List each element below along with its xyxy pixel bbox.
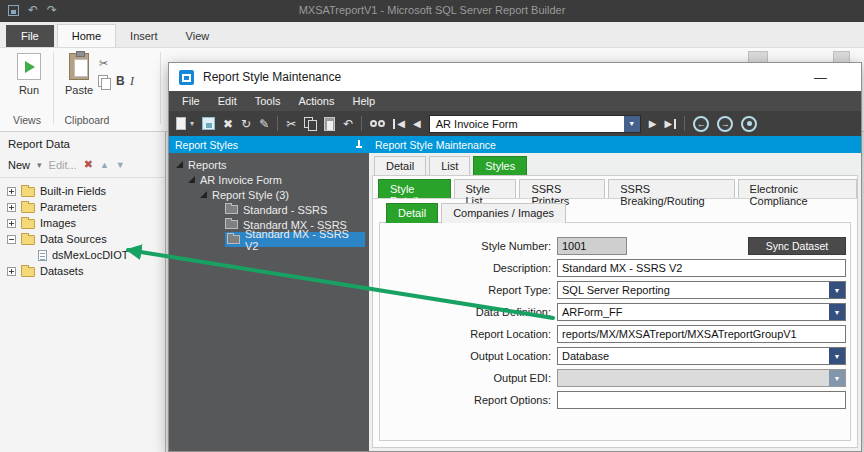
tab-file[interactable]: File — [6, 25, 54, 47]
next-record-button[interactable]: ▶ — [649, 118, 657, 129]
clear-icon[interactable]: ✎ — [259, 117, 269, 131]
tree-node-reports[interactable]: Reports — [169, 157, 369, 172]
expand-icon[interactable] — [7, 203, 16, 212]
expanded-arrow-icon[interactable] — [200, 191, 207, 198]
tree-node-datasets[interactable]: Datasets — [0, 263, 165, 279]
edit-button[interactable]: Edit... — [49, 159, 77, 171]
tab-companies-images[interactable]: Companies / Images — [441, 203, 566, 223]
expand-icon[interactable] — [7, 219, 16, 228]
refresh-icon[interactable]: ↻ — [241, 117, 251, 131]
report-type-combobox[interactable]: SQL Server Reporting ▼ — [557, 281, 846, 299]
detail-tabs: Detail Companies / Images — [386, 203, 566, 223]
tab-view[interactable]: View — [172, 25, 224, 47]
report-data-panel: Report Data New ▾ Edit... ✖ ▲ ▼ Built-in… — [0, 132, 166, 452]
cut-icon[interactable]: ✂ — [99, 57, 108, 70]
new-record-caret-icon[interactable]: ▾ — [190, 119, 194, 128]
tree-node-parameters[interactable]: Parameters — [0, 199, 165, 215]
first-record-button[interactable]: ◀ — [393, 118, 405, 129]
navigate-back-icon[interactable]: ← — [693, 116, 709, 132]
dropdown-arrow-icon[interactable]: ▼ — [829, 348, 845, 364]
expand-icon[interactable] — [7, 267, 16, 276]
tab-ssrs-breaking-routing[interactable]: SSRS Breaking/Routing — [608, 179, 734, 198]
tab-list[interactable]: List — [429, 156, 470, 175]
tab-electronic-compliance[interactable]: Electronic Compliance — [738, 179, 857, 198]
dialog-menubar: File Edit Tools Actions Help — [169, 91, 861, 111]
report-styles-header: Report Styles — [169, 136, 369, 153]
tree-node-report-style[interactable]: Report Style (3) — [169, 187, 369, 202]
copy-icon[interactable] — [98, 75, 110, 88]
move-up-icon[interactable]: ▲ — [100, 160, 109, 170]
copy-icon[interactable] — [304, 117, 316, 130]
dialog-titlebar[interactable]: Report Style Maintenance — — [169, 63, 861, 91]
tab-style-list[interactable]: Style List — [454, 179, 517, 198]
style-form: Style Number: 1001 Sync Dataset Descript… — [380, 223, 850, 411]
expanded-arrow-icon[interactable] — [188, 176, 195, 183]
tab-detail-inner[interactable]: Detail — [386, 203, 438, 223]
selected-tree-node[interactable]: Standard MX - SSRS V2 — [225, 232, 365, 247]
tree-node-images[interactable]: Images — [0, 215, 165, 231]
toolbar-divider — [361, 116, 362, 131]
navigate-forward-icon[interactable]: → — [717, 116, 733, 132]
report-styles-panel: Report Styles Reports AR Invoice Form Re… — [169, 136, 369, 451]
screen: ↶ ↷ MXSATreportV1 - Microsoft SQL Server… — [0, 0, 864, 452]
menu-edit[interactable]: Edit — [209, 95, 246, 107]
expand-icon[interactable] — [7, 187, 16, 196]
expanded-arrow-icon[interactable] — [176, 161, 183, 168]
dropdown-arrow-icon: ▼ — [829, 370, 845, 386]
report-options-input[interactable] — [557, 391, 846, 409]
tree-node-dsmexlocdiot[interactable]: dsMexLocDIOT — [0, 247, 165, 263]
tree-node-ar-invoice-form[interactable]: AR Invoice Form — [169, 172, 369, 187]
tree-node-standard-mx-ssrs-v2[interactable]: Standard MX - SSRS V2 — [169, 232, 369, 247]
pin-icon[interactable] — [354, 140, 363, 150]
dropdown-arrow-icon[interactable]: ▼ — [829, 304, 845, 320]
menu-tools[interactable]: Tools — [246, 95, 290, 107]
delete-record-icon[interactable]: ✖ — [223, 117, 233, 131]
tab-insert[interactable]: Insert — [116, 25, 172, 47]
output-location-combobox[interactable]: Database ▼ — [557, 347, 846, 365]
dropdown-arrow-icon[interactable]: ▼ — [829, 282, 845, 298]
menu-help[interactable]: Help — [343, 95, 384, 107]
bold-button[interactable]: B — [116, 74, 125, 88]
paste-button[interactable]: Paste — [58, 53, 100, 117]
find-icon[interactable] — [370, 120, 385, 127]
description-input[interactable] — [557, 259, 846, 277]
paste-icon[interactable] — [324, 117, 335, 131]
menu-file[interactable]: File — [173, 95, 209, 107]
tree-node-data-sources[interactable]: Data Sources — [0, 231, 165, 247]
menu-actions[interactable]: Actions — [289, 95, 343, 107]
report-location-row: Report Location: — [380, 323, 850, 345]
report-type-row: Report Type: SQL Server Reporting ▼ — [380, 279, 850, 301]
clipboard-icon — [69, 53, 89, 80]
move-down-icon[interactable]: ▼ — [116, 160, 125, 170]
last-record-button[interactable]: ▶ — [664, 118, 676, 129]
tree-node-label: AR Invoice Form — [200, 174, 282, 186]
collapse-icon[interactable] — [7, 235, 16, 244]
undo-icon[interactable]: ↶ — [343, 117, 353, 131]
italic-button[interactable]: I — [130, 74, 134, 89]
tree-node-standard-ssrs[interactable]: Standard - SSRS — [169, 202, 369, 217]
tab-styles[interactable]: Styles — [473, 156, 527, 175]
record-selector-combobox[interactable]: AR Invoice Form ▼ — [429, 115, 641, 133]
delete-icon[interactable]: ✖ — [84, 158, 93, 171]
sync-dataset-button[interactable]: Sync Dataset — [748, 237, 846, 255]
style-number-row: Style Number: 1001 Sync Dataset — [380, 235, 850, 257]
report-location-input[interactable] — [557, 325, 846, 343]
cut-icon[interactable]: ✂ — [286, 117, 296, 131]
run-button[interactable]: Run — [8, 53, 50, 117]
output-location-value: Database — [558, 350, 829, 362]
new-record-icon[interactable] — [176, 117, 186, 130]
save-record-icon[interactable] — [202, 117, 215, 130]
record-indicator-icon[interactable] — [741, 116, 757, 132]
new-button[interactable]: New — [8, 159, 30, 171]
tab-ssrs-printers[interactable]: SSRS Printers — [519, 179, 605, 198]
style-subtabs: Style Detail Style List SSRS Printers SS… — [373, 176, 857, 199]
tab-home[interactable]: Home — [57, 24, 116, 47]
minimize-button[interactable]: — — [814, 70, 827, 85]
tab-detail[interactable]: Detail — [374, 156, 426, 175]
tree-node-built-in-fields[interactable]: Built-in Fields — [0, 183, 165, 199]
tab-style-detail[interactable]: Style Detail — [378, 179, 451, 198]
record-selector-dropdown-icon[interactable]: ▼ — [624, 116, 640, 132]
previous-record-button[interactable]: ◀ — [413, 118, 421, 129]
new-dropdown-caret-icon[interactable]: ▾ — [37, 160, 42, 170]
data-definition-combobox[interactable]: ARForm_FF ▼ — [557, 303, 846, 321]
